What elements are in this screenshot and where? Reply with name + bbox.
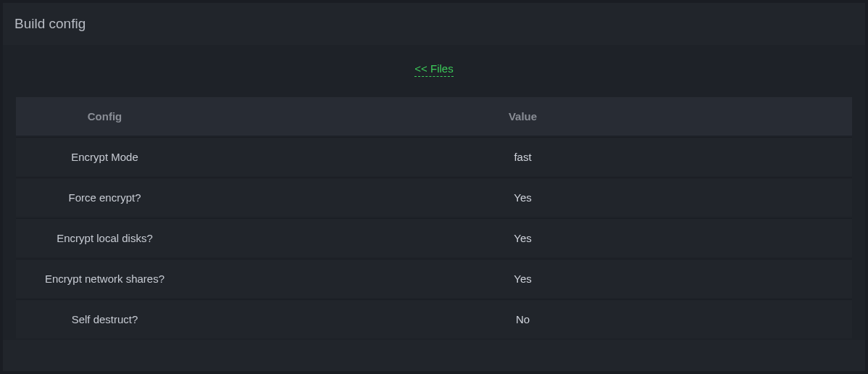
back-link-section: << Files — [3, 45, 865, 96]
table-row: Force encrypt? Yes — [16, 178, 852, 217]
table-row: Encrypt network shares? Yes — [16, 259, 852, 298]
config-cell: Self destruct? — [16, 299, 193, 338]
table-row: Self destruct? No — [16, 299, 852, 338]
value-cell: Yes — [193, 218, 852, 257]
table-row: Encrypt Mode fast — [16, 137, 852, 176]
config-cell: Force encrypt? — [16, 178, 193, 217]
value-cell: Yes — [193, 178, 852, 217]
config-table: Config Value Encrypt Mode fast Force enc… — [16, 96, 852, 340]
config-cell: Encrypt Mode — [16, 137, 193, 176]
value-cell: fast — [193, 137, 852, 176]
config-cell: Encrypt local disks? — [16, 218, 193, 257]
page-title: Build config — [3, 3, 865, 45]
table-header-row: Config Value — [16, 97, 852, 136]
table-header-value: Value — [193, 97, 852, 136]
config-table-container: Config Value Encrypt Mode fast Force enc… — [3, 96, 865, 340]
back-to-files-link[interactable]: << Files — [414, 62, 453, 77]
config-cell: Encrypt network shares? — [16, 259, 193, 298]
value-cell: Yes — [193, 259, 852, 298]
table-header-config: Config — [16, 97, 193, 136]
page-container: Build config << Files Config Value Encry… — [3, 3, 865, 371]
value-cell: No — [193, 299, 852, 338]
table-row: Encrypt local disks? Yes — [16, 218, 852, 257]
